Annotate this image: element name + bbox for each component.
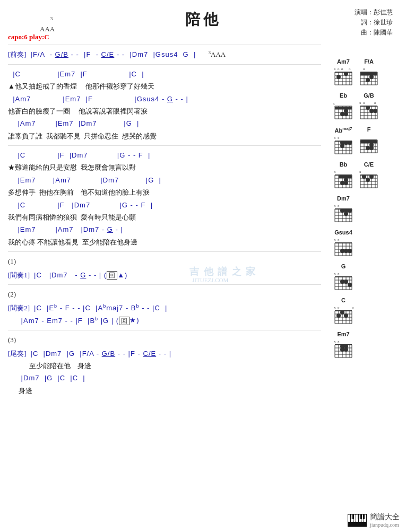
svg-text:x: x bbox=[334, 204, 336, 208]
outro-chords2: |Dm7 |G |C |C | bbox=[8, 372, 321, 384]
svg-text:x: x bbox=[359, 170, 361, 174]
header: 3 AAA 陪他 演唱：彭佳慧 詞：徐世珍 曲：陳國華 bbox=[8, 5, 398, 32]
chord-row-9: Em7 x x bbox=[333, 331, 402, 362]
svg-text:x: x bbox=[338, 136, 340, 140]
chord-gb-diagram: x o o bbox=[358, 100, 379, 123]
interlude2-chords2: |Am7 - Em7 - - |F |Bb |G | ( bbox=[19, 317, 119, 325]
chord-am7-diagram: x o o o bbox=[333, 66, 354, 89]
chord-row-3: Abmaj7 x x bbox=[333, 126, 402, 158]
svg-text:x: x bbox=[359, 101, 361, 105]
svg-rect-44 bbox=[335, 107, 352, 109]
svg-point-126 bbox=[369, 175, 374, 179]
c1-lyric1: ★難道能給的只是安慰 我怎麼會無言以對 bbox=[8, 161, 321, 173]
logo-text: 簡譜大全 bbox=[370, 512, 400, 522]
chord-dm7: Dm7 x x bbox=[333, 195, 354, 226]
chord-g-name: G bbox=[341, 263, 346, 269]
svg-point-158 bbox=[340, 249, 344, 253]
chord-g-diagram: x x bbox=[333, 271, 354, 294]
outro-lyric2: 身邊 bbox=[8, 385, 321, 397]
svg-point-81 bbox=[340, 144, 344, 148]
outro-label: [尾奏] bbox=[8, 350, 27, 357]
svg-text:x: x bbox=[334, 306, 336, 310]
chord-ce-name: C/E bbox=[364, 161, 374, 168]
chord-f: F bbox=[358, 126, 379, 158]
bracket1: (1) bbox=[8, 255, 321, 267]
svg-text:o: o bbox=[363, 101, 365, 105]
svg-rect-223 bbox=[363, 514, 365, 519]
svg-point-141 bbox=[340, 208, 344, 213]
chord-gsus4-name: Gsus4 bbox=[334, 229, 352, 236]
prelude-label: [前奏] bbox=[8, 50, 27, 58]
interlude1-chords: |C |Dm7 - G - - | ( bbox=[31, 271, 107, 279]
chord-row-7: G x x bbox=[333, 263, 402, 294]
aaa-top-label: 3 AAA bbox=[40, 16, 55, 33]
bottom-logo: 簡譜大全 jianpudq.com bbox=[348, 512, 400, 528]
chord-abmaj7-diagram: x x bbox=[333, 135, 354, 158]
interlude2-chords: |C |Eb - F - - |C |Abmaj7 - Bb - - |C | bbox=[31, 304, 167, 312]
v1-lyric1: ▲他又抽起戒了的香煙 他那件襯衫穿了好幾天 bbox=[8, 80, 321, 92]
chord-em7: Em7 x x bbox=[333, 331, 354, 362]
svg-text:o: o bbox=[349, 67, 351, 71]
svg-point-210 bbox=[344, 347, 348, 352]
outro-line1: [尾奏] |C |Dm7 |G |F/A - G/B - - |F - C/E … bbox=[8, 347, 321, 360]
chord-fa: F/A o bbox=[358, 58, 379, 89]
chord-row-2: Eb 6 bbox=[333, 92, 402, 123]
svg-point-209 bbox=[340, 347, 344, 352]
chord-f-name: F bbox=[367, 126, 371, 133]
svg-point-15 bbox=[336, 75, 341, 79]
svg-point-79 bbox=[344, 141, 348, 145]
svg-point-112 bbox=[344, 181, 348, 185]
chord-c: C x o o bbox=[333, 297, 354, 328]
v1-chord3: |Am7 |Em7 |Dm7 |G | bbox=[8, 117, 321, 129]
chord-row-6: Gsus4 x x bbox=[333, 229, 402, 260]
chord-em7-diagram: x x bbox=[333, 338, 354, 362]
interlude2-line: [間奏2] |C |Eb - F - - |C |Abmaj7 - Bb - -… bbox=[8, 302, 321, 315]
chord-row-8: C x o o bbox=[333, 297, 402, 328]
svg-text:6: 6 bbox=[333, 102, 335, 106]
svg-text:x: x bbox=[338, 238, 340, 242]
interlude2: (2) [間奏2] |C |Eb - F - - |C |Abmaj7 - Bb… bbox=[8, 288, 321, 327]
outro-lyric1: 至少能陪在他 身邊 bbox=[8, 360, 321, 372]
chord-bb: Bb x bbox=[333, 161, 354, 192]
interlude2-line2: |Am7 - Em7 - - |F |Bb |G | (回★) bbox=[8, 314, 321, 327]
c1-lyric3: 我們有同病相憐的狼狽 愛有時只能是心願 bbox=[8, 211, 321, 223]
svg-rect-220 bbox=[352, 514, 354, 519]
svg-point-143 bbox=[348, 208, 352, 213]
interlude1-line: [間奏1] |C |Dm7 - G - - | (回▲) bbox=[8, 269, 321, 282]
v1-chord1: |C |Em7 |F |C | bbox=[8, 68, 321, 80]
chord-fa-diagram: o bbox=[358, 66, 379, 89]
prelude-section: [前奏] |F/A - G/B - - |F - C/E - - |Dm7 |G… bbox=[8, 48, 321, 61]
svg-point-144 bbox=[344, 212, 348, 216]
chord-fa-name: F/A bbox=[364, 58, 374, 65]
chord-em7-name: Em7 bbox=[337, 331, 349, 337]
svg-text:x: x bbox=[338, 272, 340, 276]
svg-text:x: x bbox=[334, 170, 336, 174]
chord-ce: C/E x bbox=[358, 161, 379, 192]
chord-dm7-diagram: x x bbox=[333, 203, 354, 226]
capo-line: capo:6 play:C bbox=[8, 33, 398, 41]
svg-point-64 bbox=[373, 109, 377, 113]
svg-text:x: x bbox=[338, 204, 340, 208]
piano-icon bbox=[348, 514, 367, 527]
svg-point-174 bbox=[340, 280, 344, 284]
svg-text:o: o bbox=[363, 67, 365, 71]
svg-text:x: x bbox=[334, 136, 336, 140]
chord-bb-diagram: x bbox=[333, 169, 354, 192]
meta-info: 演唱：彭佳慧 詞：徐世珍 曲：陳國華 bbox=[355, 7, 393, 38]
chord-bb-name: Bb bbox=[340, 161, 348, 168]
outro-chords1: |C |Dm7 |G |F/A - G/B - - |F - C/E - - | bbox=[28, 350, 171, 357]
chord-abmaj7-name: Abmaj7 bbox=[335, 126, 352, 134]
chord-ce-diagram: x bbox=[358, 169, 379, 192]
outro-chord2: |Dm7 |G |C |C | bbox=[19, 374, 85, 382]
interlude1-label: [間奏1] bbox=[8, 271, 30, 279]
verse1: |C |Em7 |F |C | ▲他又抽起戒了的香煙 他那件襯衫穿了好幾天 |A… bbox=[8, 68, 321, 142]
svg-point-63 bbox=[369, 109, 374, 113]
svg-point-94 bbox=[366, 146, 370, 150]
svg-point-175 bbox=[344, 280, 348, 284]
chord-eb: Eb 6 bbox=[333, 92, 354, 123]
svg-point-193 bbox=[344, 313, 348, 318]
svg-point-16 bbox=[344, 72, 348, 76]
chord-row-1: Am7 x o o o bbox=[333, 58, 402, 89]
chord-row-4: Bb x bbox=[333, 161, 402, 192]
svg-text:x: x bbox=[334, 339, 336, 344]
